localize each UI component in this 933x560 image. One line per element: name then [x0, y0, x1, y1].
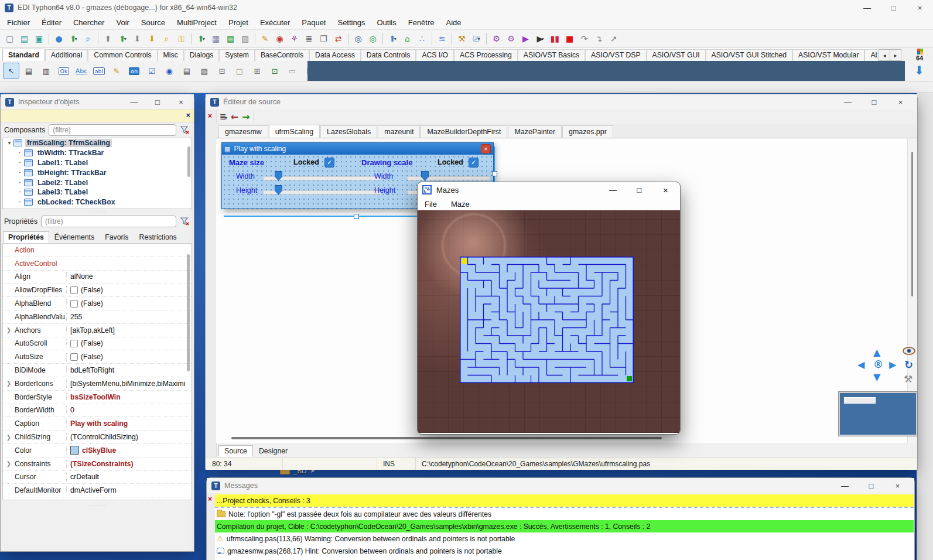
menu-item-exécuter[interactable]: Exécuter — [254, 15, 296, 29]
editor-tab-gmazes.ppr[interactable]: gmazes.ppr — [562, 125, 613, 138]
toolbar-home-form-button[interactable]: ⌂ — [400, 32, 415, 46]
palette-tgroupbox-icon[interactable]: ▢ — [231, 63, 248, 79]
mazes-close-button[interactable]: × — [652, 182, 679, 197]
toolbar-run-params-button[interactable]: ▶▾ — [533, 32, 548, 46]
property-row-BiDiMode[interactable]: BiDiModebdLeftToRight — [3, 364, 192, 377]
inspector-maximize-button[interactable]: □ — [146, 94, 169, 110]
menu-item-fenêtre[interactable]: Fenêtre — [402, 15, 440, 29]
palette-tab-system[interactable]: System — [219, 49, 255, 61]
palette-tcombobox-icon[interactable]: ▧ — [196, 63, 213, 79]
mazes-menu-maze[interactable]: Maze — [444, 200, 477, 209]
toolbar-new-unit-button[interactable]: ▢ — [2, 32, 17, 46]
minimize-button[interactable]: — — [854, 0, 880, 15]
toolbar-gold-lock-button[interactable]: ⚿ — [174, 32, 189, 46]
dropdown-icon[interactable]: ▾ — [541, 36, 544, 42]
menu-item-source[interactable]: Source — [135, 15, 171, 29]
toolbar-view-units-button[interactable]: ◉ — [272, 32, 287, 46]
property-value[interactable]: (False) — [66, 339, 192, 347]
toolbar-paste-ball-button[interactable]: ● — [52, 32, 66, 46]
property-row-BorderWidth[interactable]: BorderWidth0 — [3, 404, 192, 418]
splitter[interactable]: ······· — [1, 503, 194, 507]
designer-form-close-button[interactable]: × — [481, 144, 491, 153]
components-filter-input[interactable]: (filtre) — [49, 124, 176, 136]
palette-tab-standard[interactable]: Standard — [2, 49, 45, 61]
palette-tab-asio-vst-modular[interactable]: ASIO/VST Modular — [792, 49, 864, 61]
property-row-Anchors[interactable]: ❯Anchors[akTop,akLeft] — [3, 324, 192, 337]
toolbar-save-button[interactable]: ▦ — [209, 32, 223, 46]
mazes-app-window[interactable]: Mazes — □ × FileMaze — [417, 182, 681, 435]
property-value[interactable]: (TControlChildSizing) — [66, 433, 192, 441]
toolbar-lazes-waves-button[interactable]: ≋ — [435, 32, 449, 46]
property-row-DesignTimePPI[interactable]: DesignTimePPI96 — [3, 497, 192, 500]
tree-item-Label1[interactable]: ·Label1: TLabel — [3, 158, 192, 168]
property-value[interactable]: 0 — [66, 406, 192, 414]
menu-item-settings[interactable]: Settings — [331, 15, 371, 29]
property-row-ChildSizing[interactable]: ❯ChildSizing(TControlChildSizing) — [3, 431, 192, 444]
property-row-Color[interactable]: ColorclSkyBlue — [3, 444, 192, 457]
property-value[interactable]: Play with scaling — [66, 419, 192, 428]
property-value[interactable]: [biSystemMenu,biMinimize,biMaximi — [66, 380, 192, 388]
toolbar-save-unit-up-button[interactable]: ⬆ — [101, 32, 115, 46]
toolbar-step-out-button[interactable]: ↗ — [606, 32, 621, 46]
property-value[interactable]: (False) — [66, 353, 192, 361]
toolbar-save-all-button[interactable]: ▦ — [223, 32, 238, 46]
message-row-1[interactable]: Note: l'option "-gl" est passée deux foi… — [215, 507, 914, 520]
property-value[interactable]: bsSizeToolWin — [66, 393, 192, 401]
palette-tradiogroup-icon[interactable]: ⊞ — [249, 63, 265, 79]
menu-item-fichier[interactable]: Fichier — [1, 15, 36, 29]
dropdown-icon[interactable]: ▾ — [394, 36, 397, 42]
tree-expand-icon[interactable]: ▾ — [5, 140, 13, 146]
palette-tab-asio-vst-gui[interactable]: ASIO/VST GUI — [647, 49, 706, 61]
palette-ttogglebox-icon[interactable]: on — [126, 63, 142, 79]
toolbar-find-in-files-button[interactable]: ◎ — [365, 32, 380, 46]
palette-tradiobutton-icon[interactable]: ◉ — [161, 63, 177, 79]
editor-hscrollbar-thumb[interactable] — [231, 437, 662, 439]
palette-tpopupmenu-icon[interactable]: ▥ — [38, 63, 54, 79]
property-row-Cursor[interactable]: CursorcrDefault — [3, 471, 192, 484]
dropdown-icon[interactable]: ▾ — [478, 36, 480, 42]
property-value[interactable]: [akTop,akLeft] — [66, 326, 192, 334]
inspector-titlebar[interactable]: T Inspecteur d'objets — □ × — [1, 94, 194, 110]
palette-tab-data-access[interactable]: Data Access — [309, 49, 361, 61]
dock-close-icon[interactable]: × — [186, 111, 190, 119]
palette-tab-common-controls[interactable]: Common Controls — [88, 49, 157, 61]
palette-tpanel-icon[interactable]: ▭ — [284, 63, 300, 79]
property-value[interactable]: (False) — [66, 299, 192, 308]
property-value[interactable]: crDefault — [66, 473, 192, 481]
toolbar-unit-list-button[interactable]: ≣ — [302, 32, 316, 46]
checkbox-icon[interactable] — [70, 353, 78, 361]
palette-tab-asio-vst-basics[interactable]: ASIO/VST Basics — [518, 49, 585, 61]
tree-item-frmScaling[interactable]: ▾frmScaling: TfrmScaling — [3, 138, 192, 148]
menu-item-éditer[interactable]: Éditer — [36, 15, 67, 29]
palette-tab-acs-processing[interactable]: ACS Processing — [454, 49, 518, 61]
property-value[interactable]: dmActiveForm — [66, 486, 192, 494]
property-row-AutoSize[interactable]: AutoSize(False) — [3, 350, 192, 364]
width2-trackbar[interactable] — [407, 176, 490, 180]
tree-item-tbWidth[interactable]: ·tbWidth: TTrackBar — [3, 148, 192, 158]
locked2-checkbox[interactable]: ✓ — [469, 158, 479, 168]
toolbar-monitor-button[interactable]: ⎚▾ — [469, 32, 484, 46]
property-row-BorderStyle[interactable]: BorderStylebsSizeToolWin — [3, 391, 192, 404]
editor-tab-ufrmScaling[interactable]: ufrmScaling — [269, 125, 320, 138]
window-thumbnail[interactable] — [839, 392, 917, 436]
toolbar-pause-button[interactable]: ▮▮ — [548, 32, 562, 46]
editor-tab-gmazesmw[interactable]: gmazesmw — [218, 125, 268, 138]
refresh-icon[interactable]: ↻ — [904, 358, 913, 371]
toolbar-publish-button[interactable]: ⬆▾ — [115, 32, 130, 46]
main-titlebar[interactable]: T EDI Typhon64 v8.0 - gmazes (débogage..… — [0, 0, 933, 15]
dropdown-icon[interactable]: ▾ — [75, 36, 77, 42]
messages-minimize-button[interactable]: — — [832, 478, 858, 493]
designer-resize-handle[interactable] — [492, 171, 497, 176]
toolbar-open-file-button[interactable]: ▤ — [17, 32, 32, 46]
inspector-tab-propriétés[interactable]: Propriétés — [3, 231, 49, 243]
property-value[interactable]: (False) — [66, 286, 192, 294]
toolbar-step-into-button[interactable]: ↴ — [592, 32, 606, 46]
editor-titlebar[interactable]: T Éditeur de source — □ × — [206, 94, 917, 110]
menu-item-paquet[interactable]: Paquet — [296, 15, 331, 29]
property-value[interactable]: (TSizeConstraints) — [66, 460, 192, 468]
property-value[interactable]: clSkyBlue — [66, 446, 192, 455]
mazes-minimize-button[interactable]: — — [600, 182, 626, 197]
property-row-Action[interactable]: Action — [3, 244, 192, 257]
properties-filter-input[interactable]: (filtre) — [41, 216, 176, 227]
message-row-3[interactable]: ⚠ufrmscaling.pas(113,66) Warning: Conver… — [215, 532, 914, 545]
